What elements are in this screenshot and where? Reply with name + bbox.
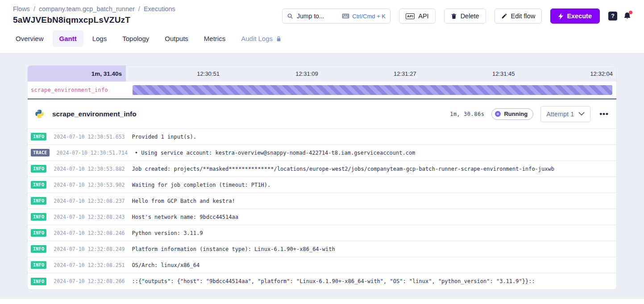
search-shortcut: Ctrl/Cmd + K [342, 13, 386, 20]
gantt-time-tick: 12:32:04 [590, 70, 613, 77]
log-level-badge: TRACE [31, 149, 50, 156]
edit-flow-button-label: Edit flow [511, 12, 536, 20]
delete-button-label: Delete [461, 12, 479, 20]
log-level-badge: INFO [31, 165, 46, 173]
trash-icon [451, 13, 457, 20]
gantt-time-tick: 12:31:45 [492, 70, 515, 77]
search-icon [287, 13, 293, 19]
tab-metrics[interactable]: Metrics [197, 30, 232, 47]
execute-button-label: Execute [567, 12, 592, 20]
tab-label: Topology [122, 35, 149, 42]
gantt-card: 1m, 31.40s 12:30:5112:31:0912:31:2712:31… [27, 65, 617, 290]
tab-label: Logs [92, 35, 107, 42]
log-row: INFO 2024-07-10 12:32:08.251 OS/Arch: li… [28, 257, 616, 273]
execute-button[interactable]: Execute [550, 8, 600, 24]
api-icon: API [406, 13, 415, 19]
log-message: Waiting for job completion (timeout: PT1… [132, 182, 271, 188]
log-timestamp: 2024-07-10 12:30:53.902 [54, 182, 125, 188]
log-row: INFO 2024-07-10 12:30:51.653 Provided 1 … [28, 129, 616, 145]
log-row: INFO 2024-07-10 12:32:08.266 ::{"outputs… [28, 273, 616, 289]
log-timestamp: 2024-07-10 12:30:53.882 [54, 166, 125, 172]
attempt-dropdown[interactable]: Attempt 1 [540, 106, 590, 122]
lock-icon [276, 36, 282, 42]
attempt-dropdown-label: Attempt 1 [546, 111, 574, 118]
log-level-badge: INFO [31, 229, 46, 237]
notification-dot [629, 11, 632, 14]
breadcrumb-item-company-team-gcp-batch-runner[interactable]: company.team.gcp_batch_runner [39, 5, 135, 12]
tab-logs[interactable]: Logs [86, 30, 114, 47]
log-level-badge: INFO [31, 181, 46, 189]
status-badge[interactable]: Running [491, 108, 533, 120]
tab-audit-logs[interactable]: Audit Logs [234, 30, 288, 47]
tab-overview[interactable]: Overview [9, 30, 50, 47]
jump-to-search[interactable]: Ctrl/Cmd + K [282, 8, 391, 24]
log-level-badge: INFO [31, 261, 46, 269]
log-timestamp: 2024-07-10 12:32:08.266 [54, 278, 125, 284]
log-row: INFO 2024-07-10 12:32:08.243 Host's netw… [28, 209, 616, 225]
log-timestamp: 2024-07-10 12:32:08.251 [54, 262, 125, 268]
gantt-time-tick: 12:31:27 [394, 70, 416, 77]
notifications-button[interactable] [623, 12, 632, 21]
api-button-label: API [418, 12, 428, 20]
tab-gantt[interactable]: Gantt [53, 30, 83, 47]
search-shortcut-label: Ctrl/Cmd + K [352, 13, 386, 20]
top-header: Flows/company.team.gcp_batch_runner/Exec… [0, 0, 644, 25]
log-timestamp: 2024-07-10 12:30:51.714 [57, 150, 128, 156]
tab-label: Outputs [165, 35, 188, 42]
log-row: INFO 2024-07-10 12:30:53.902 Waiting for… [28, 177, 616, 193]
api-button[interactable]: API API [399, 8, 436, 24]
tab-label: Gantt [59, 35, 77, 42]
log-timestamp: 2024-07-10 12:32:08.237 [54, 198, 125, 204]
edit-flow-button[interactable]: Edit flow [494, 8, 542, 24]
log-timestamp: 2024-07-10 12:32:08.243 [54, 214, 125, 220]
log-row: INFO 2024-07-10 12:32:08.246 Python vers… [28, 225, 616, 241]
log-message: Python version: 3.11.9 [132, 230, 203, 236]
breadcrumb-separator: / [138, 5, 140, 12]
pencil-icon [501, 13, 507, 19]
breadcrumb: Flows/company.team.gcp_batch_runner/Exec… [13, 5, 175, 12]
gantt-time-tick: 12:31:09 [295, 70, 318, 77]
tab-label: Overview [16, 35, 44, 42]
gantt-task-row: scrape_environment_info [28, 82, 616, 99]
header-controls: Ctrl/Cmd + K API API Delete Edit flow Ex… [282, 8, 632, 24]
content-area: 1m, 31.40s 12:30:5112:31:0912:31:2712:31… [0, 53, 644, 299]
gantt-task-label[interactable]: scrape_environment_info [31, 87, 108, 93]
log-level-badge: INFO [31, 245, 46, 253]
log-timestamp: 2024-07-10 12:32:08.246 [54, 230, 125, 236]
log-message: OS/Arch: linux/x86_64 [132, 262, 200, 268]
task-duration: 1m, 30.86s [450, 111, 484, 117]
help-button[interactable]: ? [608, 12, 617, 21]
log-message: • Using service account: kestra-overview… [135, 150, 415, 156]
search-input[interactable] [297, 12, 338, 20]
gantt-time-tick: 12:30:51 [197, 70, 220, 77]
tab-topology[interactable]: Topology [116, 30, 156, 47]
gantt-total-duration: 1m, 31.40s [28, 66, 126, 82]
gantt-time-axis: 12:30:5112:31:0912:31:2712:31:4512:32:04 [126, 66, 616, 82]
tab-outputs[interactable]: Outputs [158, 30, 195, 47]
tab-label: Metrics [204, 35, 225, 42]
breadcrumb-separator: / [33, 5, 35, 12]
log-row: INFO 2024-07-10 12:30:53.882 Job created… [28, 161, 616, 177]
log-row: INFO 2024-07-10 12:32:08.237 Hello from … [28, 193, 616, 209]
status-label: Running [504, 111, 528, 117]
breadcrumb-item-flows[interactable]: Flows [13, 5, 30, 12]
delete-button[interactable]: Delete [444, 8, 486, 24]
log-message: Job created: projects/**masked**********… [132, 166, 554, 172]
log-level-badge: INFO [31, 197, 46, 205]
gantt-header: 1m, 31.40s 12:30:5112:31:0912:31:2712:31… [28, 66, 616, 82]
running-status-icon [495, 111, 501, 117]
log-message: Hello from GCP Batch and kestra! [132, 198, 235, 204]
gantt-running-bar[interactable] [133, 85, 612, 95]
log-message: Host's network name: 9bdcc44514aa [132, 214, 238, 220]
lightning-icon [558, 13, 563, 20]
header-left: Flows/company.team.gcp_batch_runner/Exec… [13, 5, 175, 25]
log-row: INFO 2024-07-10 12:32:08.249 Platform in… [28, 241, 616, 257]
log-message: ::{"outputs": {"host": "9bdcc44514aa", "… [132, 278, 535, 284]
task-options-menu[interactable]: ••• [599, 110, 609, 119]
log-timestamp: 2024-07-10 12:32:08.249 [54, 246, 125, 252]
log-timestamp: 2024-07-10 12:30:51.653 [54, 134, 125, 140]
keyboard-icon [342, 13, 349, 19]
breadcrumb-item-executions[interactable]: Executions [144, 5, 175, 12]
task-name: scrape_environment_info [52, 110, 137, 118]
execution-tab-bar: Overview Gantt Logs Topology Outputs Met… [0, 25, 644, 53]
